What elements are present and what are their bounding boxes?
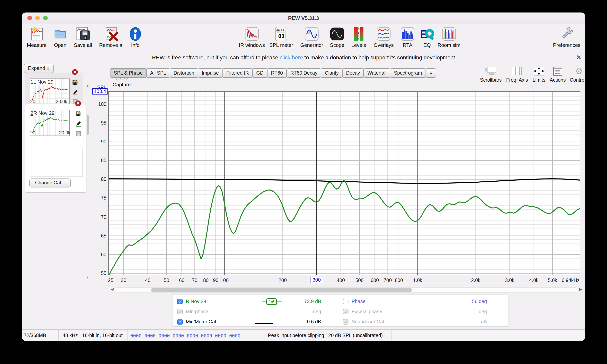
tab-rt60[interactable]: RT60 bbox=[267, 68, 287, 78]
title-bar[interactable]: REW V5.31.3 bbox=[22, 13, 585, 24]
bit-depth: 16-bit in, 16-bit out bbox=[82, 333, 123, 338]
close-icon[interactable]: ✕ bbox=[576, 54, 581, 61]
change-cal-button[interactable]: Change Cal... bbox=[29, 179, 71, 187]
tab-all-spl[interactable]: All SPL bbox=[146, 68, 170, 78]
phase-checkbox[interactable] bbox=[343, 299, 348, 304]
spl-meter-icon: dB SPL83 bbox=[264, 25, 299, 41]
trace-style-icon[interactable] bbox=[72, 90, 78, 95]
save-measurement-icon[interactable] bbox=[75, 111, 81, 116]
tab-impulse[interactable]: Impulse bbox=[198, 68, 223, 78]
smoothing-control[interactable]: 1/6 bbox=[262, 298, 281, 305]
thumb-xmax-label: 20.0k bbox=[59, 130, 70, 136]
tab-filtered-ir[interactable]: Filtered IR bbox=[222, 68, 253, 78]
x-tick-label: 25 bbox=[108, 278, 113, 283]
x-tick-label: 600 bbox=[371, 278, 379, 283]
scroll-up-icon[interactable]: ▲ bbox=[86, 84, 89, 88]
peak-input-message: Peak input before clipping 120 dB SPL (u… bbox=[268, 333, 383, 338]
notes-box[interactable] bbox=[30, 149, 83, 177]
x-tick-label: 800 bbox=[395, 278, 403, 283]
excess-phase-unit: deg bbox=[452, 309, 487, 314]
spl-meter-button[interactable]: dB SPL83SPL meter bbox=[264, 25, 299, 48]
donation-link[interactable]: click here bbox=[280, 54, 303, 61]
tab-rt60-decay[interactable]: RT60 Decay bbox=[286, 68, 321, 78]
x-tick-label: 60 bbox=[179, 278, 184, 283]
scrollbars-label: Scrollbars bbox=[478, 77, 504, 83]
trace-checkbox[interactable]: ✓ bbox=[177, 299, 183, 304]
donation-text-suffix: to make a donation to help support its c… bbox=[303, 54, 455, 61]
memory-usage: 72/368MB bbox=[24, 333, 46, 338]
trace-style-icon[interactable] bbox=[75, 121, 81, 127]
y-tick-label: 100 bbox=[91, 101, 106, 107]
excess-phase-label: Excess phase bbox=[352, 309, 382, 314]
soundcard-cal-label: Soundcard Cal bbox=[352, 319, 384, 325]
mic-cal-label[interactable]: Mic/Meter Cal bbox=[186, 319, 216, 325]
excess-phase-checkbox[interactable]: ✓ bbox=[343, 309, 348, 314]
scrollbars-icon bbox=[478, 66, 504, 77]
tab-clarity[interactable]: Clarity bbox=[321, 68, 343, 78]
phase-value: 56 deg bbox=[452, 299, 487, 304]
info-icon bbox=[118, 25, 153, 41]
window-title: REW V5.31.3 bbox=[22, 15, 585, 21]
spl-meter-label: SPL meter bbox=[264, 42, 299, 48]
svg-text:6: 6 bbox=[358, 34, 359, 38]
tab-[interactable]: » bbox=[426, 68, 436, 78]
measurement-title: 1L Nov 29 bbox=[30, 79, 54, 85]
trace-name[interactable]: R Nov 29 bbox=[186, 299, 206, 304]
remove-measurement-button[interactable] bbox=[75, 100, 81, 106]
y-tick-label: 60 bbox=[91, 252, 106, 257]
scroll-down-icon[interactable]: ▼ bbox=[86, 276, 89, 279]
x-tick-label: 200 bbox=[279, 278, 287, 283]
desktop: REW V5.31.3 MeasureOpenSave allRemove al… bbox=[0, 0, 607, 364]
thumb-xmin-label: 20 bbox=[30, 130, 35, 136]
info-button[interactable]: Info bbox=[118, 25, 153, 48]
y-tick-label: 95 bbox=[91, 120, 106, 126]
x-tick-label: 2.0k bbox=[471, 278, 480, 283]
spl-value: 73.9 dB bbox=[286, 299, 321, 304]
svg-text:dB SPL: dB SPL bbox=[276, 29, 286, 32]
min-phase-label: Min phase bbox=[186, 309, 208, 314]
y-tick-label: 75 bbox=[91, 195, 106, 201]
preferences-button[interactable]: Preferences bbox=[549, 25, 584, 48]
tab-spl-phase[interactable]: SPL & Phase bbox=[110, 68, 147, 78]
svg-text:3: 3 bbox=[358, 31, 359, 34]
donation-banner: REW is free software, but if you can aff… bbox=[22, 54, 585, 63]
notes-icon[interactable] bbox=[75, 131, 81, 137]
soundcard-cal-checkbox[interactable]: ✓ bbox=[343, 319, 348, 325]
thumb-xmax-label: 20.0k bbox=[56, 99, 67, 104]
tab-distortion[interactable]: Distortion bbox=[170, 68, 198, 78]
remove-measurement-button[interactable] bbox=[72, 69, 78, 75]
room-sim-button[interactable]: Room sim bbox=[431, 25, 467, 48]
y-tick-label: 70 bbox=[91, 214, 106, 220]
controls-button[interactable]: ⚙Controls bbox=[566, 66, 585, 83]
min-phase-checkbox[interactable]: ✓ bbox=[177, 309, 183, 314]
expand-button[interactable]: Expand » bbox=[24, 64, 54, 73]
spl-chart-plot[interactable] bbox=[108, 91, 580, 275]
scroll-left-icon[interactable]: ◀ bbox=[111, 287, 114, 291]
chart-scroll-thumb[interactable] bbox=[151, 288, 412, 292]
save-measurement-icon[interactable] bbox=[72, 79, 78, 85]
preferences-label: Preferences bbox=[549, 42, 584, 48]
svg-text:9: 9 bbox=[358, 38, 359, 41]
sidebar-scrollbar[interactable]: ▲ ▼ bbox=[86, 84, 90, 279]
cal-line-swatch bbox=[255, 323, 273, 324]
tab-waterfall[interactable]: Waterfall bbox=[363, 68, 390, 78]
tab-gd[interactable]: GD bbox=[252, 68, 267, 78]
y-axis-max-field[interactable]: 103.4 bbox=[92, 88, 108, 94]
mic-cal-checkbox[interactable]: ✓ bbox=[177, 319, 183, 325]
scroll-right-icon[interactable]: ▶ bbox=[579, 287, 582, 291]
controls-label: Controls bbox=[566, 77, 585, 83]
chart-h-scrollbar[interactable] bbox=[113, 287, 578, 293]
sidebar-scroll-thumb[interactable] bbox=[87, 115, 89, 135]
svg-text:83: 83 bbox=[278, 33, 284, 39]
scrollbars-button[interactable]: Scrollbars bbox=[478, 66, 504, 83]
measurement-card-2[interactable]: 2R Nov 292020.0kChange Cal... bbox=[25, 104, 86, 193]
status-bar: 72/368MB 48 kHz 16-bit in, 16-bit out 00… bbox=[22, 329, 585, 341]
x-tick-label: 700 bbox=[384, 278, 392, 283]
phase-label[interactable]: Phase bbox=[352, 299, 365, 304]
donation-separator bbox=[22, 63, 585, 63]
x-tick-label: 70 bbox=[192, 278, 197, 283]
tab-spectrogram[interactable]: Spectrogram bbox=[390, 68, 426, 78]
tab-decay[interactable]: Decay bbox=[342, 68, 364, 78]
x-cursor-field[interactable]: 300 bbox=[310, 277, 323, 283]
thumb-xmin-label: 20 bbox=[30, 99, 35, 104]
